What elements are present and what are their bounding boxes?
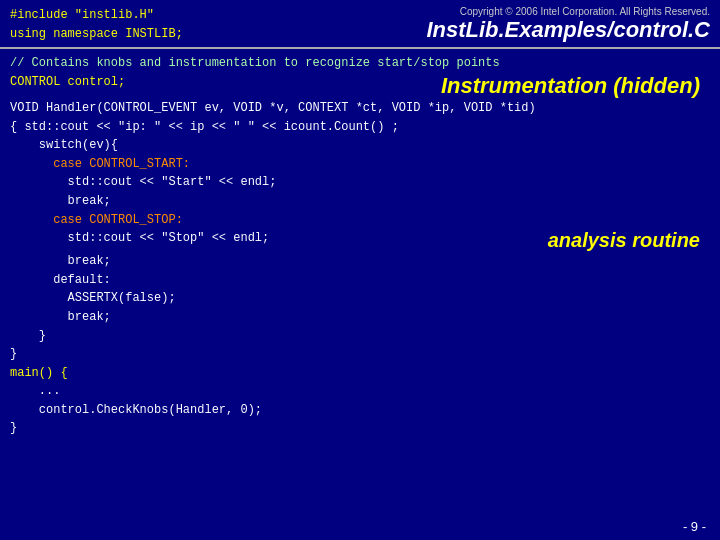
comment-row: // Contains knobs and instrumentation to… <box>10 53 710 73</box>
break2: break; <box>10 252 710 271</box>
case-start: case CONTROL_START: <box>10 155 710 174</box>
assert-line: ASSERTX(false); <box>10 289 710 308</box>
slide-title: InstLib.Examples/control.C <box>426 17 710 42</box>
header-title: Copyright © 2006 Intel Corporation. All … <box>426 6 710 43</box>
comment-line: // Contains knobs and instrumentation to… <box>10 56 500 70</box>
check-knobs: control.CheckKnobs(Handler, 0); <box>10 401 710 420</box>
slide: #include "instlib.H" using namespace INS… <box>0 0 720 540</box>
include-line: #include "instlib.H" <box>10 6 183 25</box>
page-number: - 9 - <box>683 519 706 534</box>
instrumentation-label: Instrumentation (hidden) <box>441 73 700 99</box>
brace-open: { std::cout << "ip: " << ip << " " << ic… <box>10 118 710 137</box>
analysis-label: analysis routine <box>548 229 700 252</box>
control-row: Instrumentation (hidden) CONTROL control… <box>10 73 710 99</box>
case-stop: case CONTROL_STOP: <box>10 211 710 230</box>
cout-stop-row: analysis routine std::cout << "Stop" << … <box>10 229 710 252</box>
cout-start: std::cout << "Start" << endl; <box>10 173 710 192</box>
break3: break; <box>10 308 710 327</box>
main-line: main() { <box>10 364 710 383</box>
header-code-block: #include "instlib.H" using namespace INS… <box>10 6 183 43</box>
divider <box>0 47 720 49</box>
break1: break; <box>10 192 710 211</box>
dots-line: ... <box>10 382 710 401</box>
switch-line: switch(ev){ <box>10 136 710 155</box>
header: #include "instlib.H" using namespace INS… <box>0 0 720 47</box>
void-handler: VOID Handler(CONTROL_EVENT ev, VOID *v, … <box>10 99 710 118</box>
namespace-line: using namespace INSTLIB; <box>10 25 183 44</box>
brace-handler: } <box>10 345 710 364</box>
default-line: default: <box>10 271 710 290</box>
copyright-text: Copyright © 2006 Intel Corporation. All … <box>426 6 710 17</box>
brace-switch: } <box>10 327 710 346</box>
brace-main: } <box>10 419 710 438</box>
code-area: // Contains knobs and instrumentation to… <box>0 51 720 438</box>
